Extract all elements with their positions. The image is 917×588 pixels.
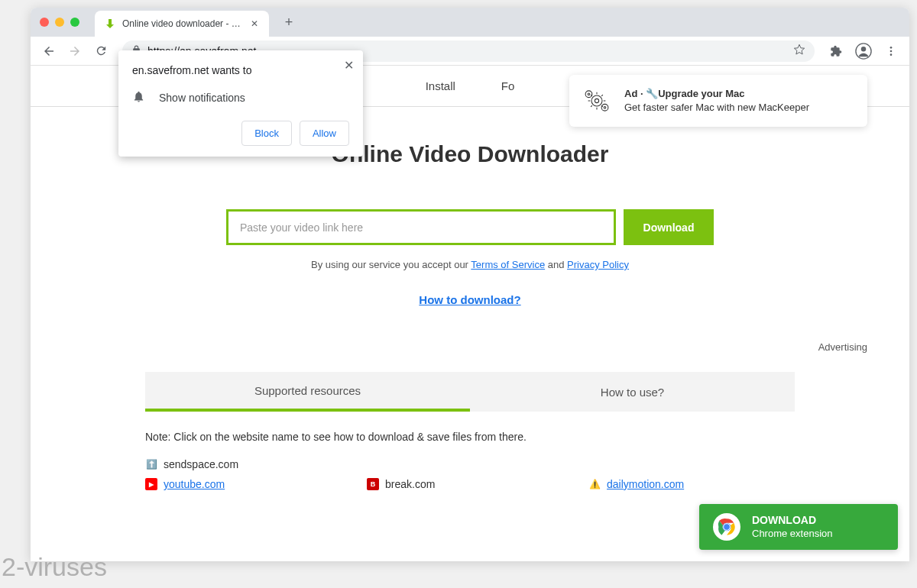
allow-button[interactable]: Allow [300, 121, 349, 146]
watermark: 2-viruses [2, 552, 107, 582]
new-tab-button[interactable]: + [278, 11, 300, 33]
reload-button[interactable] [90, 40, 112, 62]
notification-title: en.savefrom.net wants to [132, 64, 349, 76]
tab-supported-resources[interactable]: Supported resources [145, 372, 470, 412]
close-tab-icon[interactable]: ✕ [249, 18, 260, 29]
resource-break: B break.com [367, 478, 573, 490]
bookmark-star-icon[interactable] [793, 44, 805, 58]
close-window-button[interactable] [40, 18, 49, 27]
terms-and: and [545, 259, 567, 270]
tab-title: Online video downloader - Dow [122, 18, 243, 29]
extensions-icon[interactable] [825, 40, 847, 62]
toolbar-right [825, 40, 902, 62]
block-button[interactable]: Block [241, 121, 292, 146]
url-input-wrapper [226, 209, 616, 245]
close-icon[interactable]: ✕ [344, 58, 354, 73]
title-bar: Online video downloader - Dow ✕ + [31, 8, 909, 37]
svg-point-9 [601, 104, 608, 111]
svg-point-2 [890, 47, 893, 49]
nav-for[interactable]: Fo [501, 79, 515, 92]
resource-sendspace: ⬆️ sendspace.com [145, 458, 352, 470]
youtube-icon: ▶ [145, 478, 157, 490]
back-button[interactable] [38, 40, 60, 62]
note-text: Note: Click on the website name to see h… [145, 431, 795, 443]
dailymotion-link[interactable]: dailymotion.com [607, 478, 684, 490]
browser-tab[interactable]: Online video downloader - Dow ✕ [95, 11, 269, 37]
maximize-window-button[interactable] [70, 18, 79, 27]
svg-point-1 [861, 47, 866, 51]
video-url-input[interactable] [240, 221, 602, 234]
ad-heading: Ad · 🔧Upgrade your Mac [624, 88, 745, 99]
upload-icon: ⬆️ [145, 458, 157, 470]
svg-point-7 [585, 91, 592, 98]
terms-prefix: By using our service you accept our [311, 259, 471, 270]
favicon-icon [104, 18, 116, 30]
svg-point-6 [595, 99, 598, 102]
notification-body: Show notifications [132, 90, 349, 105]
advertising-label: Advertising [31, 341, 909, 353]
resource-label: sendspace.com [164, 458, 238, 470]
svg-point-3 [890, 50, 893, 52]
tabs-section: Supported resources How to use? Note: Cl… [145, 372, 795, 490]
kebab-menu-icon[interactable] [880, 40, 902, 62]
ext-text: DOWNLOAD Chrome extension [752, 513, 833, 540]
svg-point-8 [588, 93, 590, 95]
chrome-logo-icon [713, 513, 740, 541]
ad-body: Get faster safer Mac with new MacKeeper [624, 101, 809, 115]
forward-button[interactable] [64, 40, 86, 62]
resource-label: break.com [385, 478, 435, 490]
info-tabs: Supported resources How to use? [145, 372, 795, 412]
ad-banner[interactable]: Ad · 🔧Upgrade your Mac Get faster safer … [569, 75, 867, 127]
input-section: Download [31, 209, 909, 245]
notification-text: Show notifications [159, 92, 245, 104]
browser-window: Online video downloader - Dow ✕ + https:… [31, 8, 909, 561]
chrome-extension-button[interactable]: DOWNLOAD Chrome extension [699, 504, 898, 550]
svg-point-5 [591, 95, 602, 106]
bell-icon [132, 90, 145, 105]
terms-of-service-link[interactable]: Terms of Service [471, 259, 545, 270]
traffic-lights [40, 18, 79, 27]
dailymotion-icon: ⚠️ [588, 478, 601, 490]
terms-text: By using our service you accept our Term… [31, 259, 909, 270]
break-icon: B [367, 478, 379, 490]
youtube-link[interactable]: youtube.com [164, 478, 225, 490]
minimize-window-button[interactable] [55, 18, 64, 27]
download-button[interactable]: Download [624, 209, 714, 245]
profile-avatar-icon[interactable] [853, 40, 874, 62]
resources-grid: ⬆️ sendspace.com ▶ youtube.com B break.c… [145, 458, 795, 490]
svg-point-10 [604, 106, 606, 108]
svg-point-13 [724, 524, 731, 531]
tab-how-to-use[interactable]: How to use? [470, 372, 795, 412]
ext-subtitle: Chrome extension [752, 528, 833, 541]
gear-icon [580, 84, 614, 118]
svg-point-4 [890, 53, 893, 56]
how-to-download-link[interactable]: How to download? [419, 293, 520, 306]
ad-text: Ad · 🔧Upgrade your Mac Get faster safer … [624, 87, 809, 114]
nav-install[interactable]: Install [426, 79, 455, 92]
privacy-policy-link[interactable]: Privacy Policy [567, 259, 629, 270]
notification-buttons: Block Allow [132, 121, 349, 146]
ext-title: DOWNLOAD [752, 513, 833, 527]
resource-dailymotion: ⚠️ dailymotion.com [588, 478, 795, 490]
resource-youtube: ▶ youtube.com [145, 478, 352, 490]
how-to-download-section: How to download? [31, 293, 909, 307]
notification-permission-popup: ✕ en.savefrom.net wants to Show notifica… [118, 50, 363, 157]
